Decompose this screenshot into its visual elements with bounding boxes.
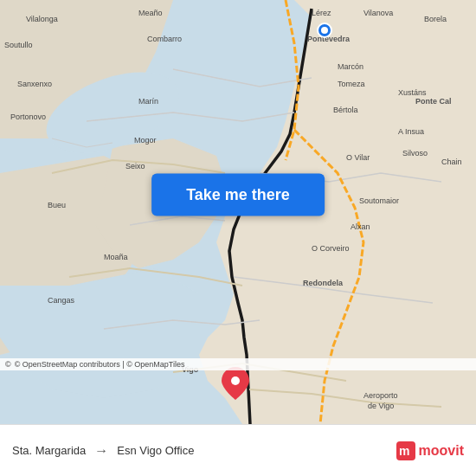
svg-text:O Vilar: O Vilar <box>346 153 370 162</box>
svg-text:Aeroporto: Aeroporto <box>363 391 398 400</box>
svg-text:Bueu: Bueu <box>48 201 66 209</box>
svg-text:Combarro: Combarro <box>147 35 182 43</box>
svg-text:Ponte Cal: Ponte Cal <box>415 97 452 106</box>
map-attribution: © © OpenStreetMap contributors | © OpenM… <box>0 358 476 370</box>
svg-text:Redondela: Redondela <box>303 279 344 287</box>
svg-text:Meaño: Meaño <box>138 9 163 17</box>
moovit-brand-text: moovit <box>419 443 464 459</box>
svg-text:Mogor: Mogor <box>134 136 157 145</box>
svg-text:Silvoso: Silvoso <box>402 149 428 158</box>
svg-point-40 <box>321 27 328 34</box>
route-from-label: Sta. Margarida <box>12 444 86 457</box>
copyright-icon: © <box>5 360 11 369</box>
svg-text:A Insua: A Insua <box>398 127 424 136</box>
svg-text:Seixo: Seixo <box>125 162 145 170</box>
svg-text:Alxan: Alxan <box>351 222 370 231</box>
svg-text:Chain: Chain <box>441 158 462 166</box>
svg-text:Moaña: Moaña <box>104 253 128 261</box>
svg-text:Cangas: Cangas <box>48 296 75 305</box>
bottom-bar: Sta. Margarida → Esn Vigo Office m moovi… <box>0 424 476 476</box>
svg-text:O Corveiro: O Corveiro <box>312 244 350 253</box>
svg-text:Bértola: Bértola <box>333 106 358 114</box>
attribution-text: © OpenStreetMap contributors | © OpenMap… <box>15 360 185 369</box>
svg-text:Sanxenxo: Sanxenxo <box>17 80 52 88</box>
svg-text:de Vigo: de Vigo <box>368 402 394 410</box>
svg-text:Soutullo: Soutullo <box>4 41 33 49</box>
svg-text:Portonovo: Portonovo <box>10 113 46 121</box>
route-arrow-icon: → <box>94 443 108 459</box>
map-container: Vilalonga Meaño Lérez Vilanova Borela So… <box>0 0 476 424</box>
svg-text:Lérez: Lérez <box>312 9 331 17</box>
svg-point-41 <box>231 376 240 385</box>
svg-text:Xustáns: Xustáns <box>398 88 427 97</box>
moovit-icon: m <box>396 441 415 460</box>
route-to-label: Esn Vigo Office <box>117 444 194 457</box>
moovit-logo: m moovit <box>396 441 464 460</box>
svg-text:m: m <box>399 444 409 458</box>
svg-text:Marín: Marín <box>138 97 158 106</box>
svg-text:Tomeza: Tomeza <box>338 80 365 88</box>
svg-text:Vilalonga: Vilalonga <box>26 15 58 23</box>
take-me-there-button[interactable]: Take me there <box>151 174 325 216</box>
route-info: Sta. Margarida → Esn Vigo Office <box>12 443 396 459</box>
svg-text:Borela: Borela <box>424 15 447 23</box>
svg-text:Vilanova: Vilanova <box>363 9 393 17</box>
svg-text:Soutomaior: Soutomaior <box>359 196 399 205</box>
svg-text:Marcón: Marcón <box>338 62 363 71</box>
